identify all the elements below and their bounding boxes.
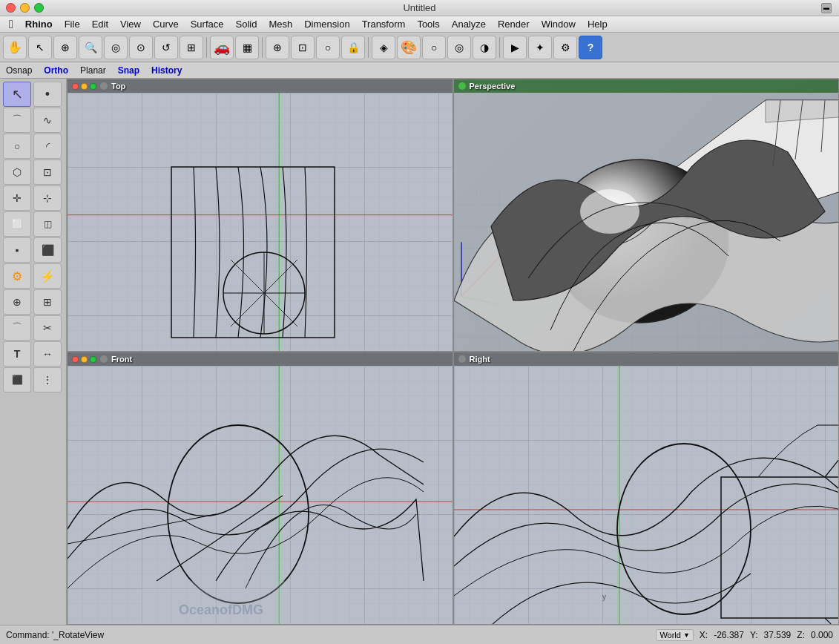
viewport-top[interactable]: Top <box>67 79 453 352</box>
array-tool[interactable]: ⊞ <box>33 289 62 315</box>
pointer-tool[interactable]: ↖ <box>28 36 52 59</box>
menu-render[interactable]: Render <box>492 17 536 31</box>
vp-perspective-grid <box>454 93 839 352</box>
history-toggle[interactable]: History <box>151 65 182 76</box>
polygon-tool[interactable]: ⬡ <box>3 160 31 185</box>
menu-window[interactable]: Window <box>536 17 582 31</box>
vp-right-grid: y <box>454 366 839 625</box>
statusbar: Command: '_RotateView World ▼ X: -26.387… <box>0 625 839 644</box>
menu-analyze[interactable]: Analyze <box>446 17 492 31</box>
osnap-toggle[interactable]: Osnap <box>6 65 32 76</box>
sphere-display-tool[interactable]: ○ <box>422 36 446 59</box>
zoom-window-tool[interactable]: 🔍 <box>79 36 102 59</box>
coordinate-area: World ▼ X: -26.387 Y: 37.539 Z: 0.000 <box>656 629 833 641</box>
surface-display-tool[interactable]: ◈ <box>372 36 395 59</box>
panels-tool[interactable]: ▦ <box>235 36 259 59</box>
zoom-dynamic-tool[interactable]: ◎ <box>104 36 128 59</box>
ortho-toggle[interactable]: Ortho <box>44 65 68 76</box>
vp-front-max[interactable] <box>90 356 96 363</box>
vp-perspective-label: Perspective <box>470 82 516 91</box>
hand-tool[interactable]: ✋ <box>3 36 27 59</box>
svg-rect-32 <box>454 366 839 625</box>
vp-top-min[interactable] <box>81 83 88 90</box>
block-tool[interactable]: ⬛ <box>3 367 31 392</box>
titlebar: Untitled ▬ <box>0 0 839 16</box>
snap-toggle[interactable]: Snap <box>118 65 139 76</box>
move-tool[interactable]: ⊹ <box>33 185 62 211</box>
menu-rhino[interactable]: Rhino <box>19 17 59 31</box>
viewport-front[interactable]: Front <box>67 352 453 625</box>
circle-tool[interactable]: ○ <box>3 134 31 159</box>
menu-dimension[interactable]: Dimension <box>298 17 355 31</box>
rotate3d-tool[interactable]: ↺ <box>154 36 178 59</box>
sweep-tool[interactable]: ◫ <box>33 211 62 237</box>
vp-right-label: Right <box>470 355 490 364</box>
pan-tool[interactable]: ⊕ <box>266 36 289 59</box>
extrude-tool[interactable]: ⬛ <box>33 237 62 263</box>
x-value: -26.387 <box>714 630 744 640</box>
maximize-button[interactable] <box>34 3 44 13</box>
planar-toggle[interactable]: Planar <box>80 65 106 76</box>
menu-edit[interactable]: Edit <box>86 17 114 31</box>
menu-tools[interactable]: Tools <box>411 17 445 31</box>
viewport-right[interactable]: Right y <box>453 352 840 625</box>
viewports-container: Top <box>67 79 839 625</box>
viewport-perspective[interactable]: Perspective <box>453 79 840 352</box>
flash-tool[interactable]: ⚡ <box>33 263 62 289</box>
point-tool[interactable]: • <box>33 82 62 107</box>
render-preview-tool[interactable]: ◑ <box>473 36 496 59</box>
transform-box-tool[interactable]: ⊡ <box>33 160 62 185</box>
menu-surface[interactable]: Surface <box>185 17 230 31</box>
grip-tool[interactable]: ⋮ <box>33 367 62 392</box>
menu-view[interactable]: View <box>114 17 147 31</box>
boolean-tool[interactable]: ⊕ <box>3 289 31 315</box>
help-btn[interactable]: ? <box>579 36 602 59</box>
rect-select-tool[interactable]: ⊡ <box>291 36 315 59</box>
menu-solid[interactable]: Solid <box>229 17 263 31</box>
lock-tool[interactable]: 🔒 <box>341 36 365 59</box>
display-mode-tool[interactable]: ◎ <box>447 36 471 59</box>
menu-curve[interactable]: Curve <box>147 17 185 31</box>
menu-help[interactable]: Help <box>582 17 613 31</box>
window-title: Untitled <box>403 2 435 13</box>
lasso-tool[interactable]: ○ <box>316 36 340 59</box>
curve-edge-tool[interactable]: ⌒ <box>3 315 31 341</box>
curve-tool[interactable]: ⌒ <box>3 108 31 133</box>
solid-box-tool[interactable]: ▪ <box>3 237 31 263</box>
edit-tools-btn[interactable]: ✦ <box>528 36 552 59</box>
close-button[interactable] <box>6 3 16 13</box>
vp-top-max[interactable] <box>90 83 96 90</box>
gear-tool[interactable]: ⚙ <box>3 263 31 289</box>
vp-front-min[interactable] <box>81 356 88 363</box>
vp-top-close[interactable] <box>72 83 79 90</box>
gumball-tool[interactable]: ✛ <box>3 185 31 211</box>
viewport-perspective-header: Perspective <box>454 79 839 93</box>
menu-transform[interactable]: Transform <box>356 17 412 31</box>
grid-snap-tool[interactable]: ⊞ <box>180 36 203 59</box>
svg-rect-1 <box>68 93 453 352</box>
menu-mesh[interactable]: Mesh <box>263 17 298 31</box>
vp-front-close[interactable] <box>72 356 79 363</box>
surface-curves-tool[interactable]: ⬜ <box>3 211 31 237</box>
extract-tool[interactable]: ✂ <box>33 315 62 341</box>
zoom-extents-tool[interactable]: ⊕ <box>53 36 77 59</box>
svg-text:y: y <box>602 593 606 601</box>
cursor-tool[interactable]: ↖ <box>3 82 31 107</box>
freeform-curve-tool[interactable]: ∿ <box>33 108 62 133</box>
collapse-button[interactable]: ▬ <box>821 3 832 13</box>
main-area: ↖ • ⌒ ∿ ○ ◜ ⬡ ⊡ ✛ ⊹ ⬜ ◫ ▪ ⬛ ⚙ ⚡ ⊕ ⊞ <box>0 79 839 625</box>
toolbar-separator-1 <box>206 37 207 58</box>
dimension-tool[interactable]: ↔ <box>33 341 62 367</box>
text-tool[interactable]: T <box>3 341 31 367</box>
settings-btn[interactable]: ⚙ <box>553 36 577 59</box>
camera-tool[interactable]: 🚗 <box>210 36 234 59</box>
arc-tool[interactable]: ◜ <box>33 134 62 159</box>
zoom-scale-tool[interactable]: ⊙ <box>129 36 153 59</box>
menu-file[interactable]: File <box>59 17 86 31</box>
vp-top-dot <box>100 82 108 90</box>
rhino-icon-tool[interactable]: ▶ <box>503 36 527 59</box>
color-wheel-tool[interactable]: 🎨 <box>397 36 421 59</box>
minimize-button[interactable] <box>20 3 30 13</box>
world-selector[interactable]: World ▼ <box>656 629 693 641</box>
apple-menu[interactable]:  <box>3 18 19 31</box>
